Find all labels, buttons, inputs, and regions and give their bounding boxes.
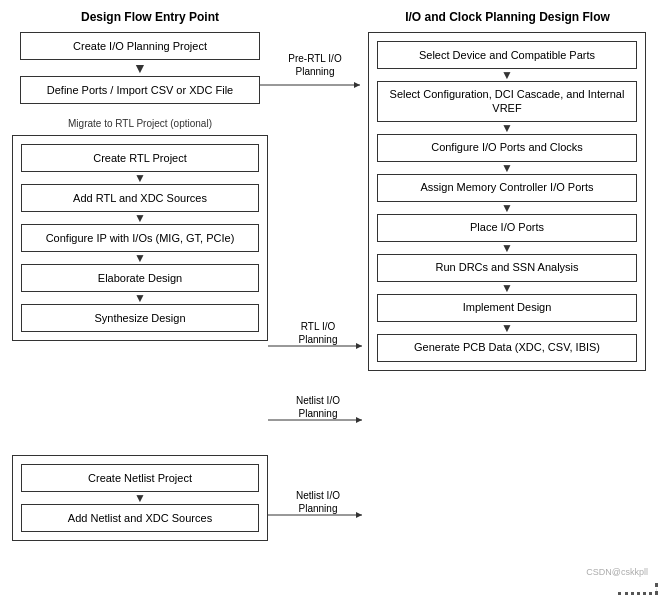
rtl-group: Create RTL Project ▼ Add RTL and XDC Sou… [12, 135, 268, 341]
netlist-arrow1: ▼ [21, 492, 259, 504]
right-box5: Place I/O Ports [377, 214, 637, 242]
pre-rtl-annotation: Pre-RTL I/OPlanning [265, 52, 365, 78]
right-box3: Configure I/O Ports and Clocks [377, 134, 637, 162]
rtl-box4: Elaborate Design [21, 264, 259, 292]
rtl-box2: Add RTL and XDC Sources [21, 184, 259, 212]
arrow1: ▼ [20, 60, 260, 76]
rtl-arrow3: ▼ [21, 252, 259, 264]
right-box7: Implement Design [377, 294, 637, 322]
r-arrow4: ▼ [377, 202, 637, 214]
dots-border [618, 583, 658, 595]
rtl-arrow1: ▼ [21, 172, 259, 184]
netlist-box2: Add Netlist and XDC Sources [21, 504, 259, 532]
r-arrow3: ▼ [377, 162, 637, 174]
rtl-box5: Synthesize Design [21, 304, 259, 332]
right-box4: Assign Memory Controller I/O Ports [377, 174, 637, 202]
r-arrow2: ▼ [377, 122, 637, 134]
netlist-planning-annotation1: Netlist I/OPlanning [268, 394, 368, 420]
r-arrow5: ▼ [377, 242, 637, 254]
netlist-group: Create Netlist Project ▼ Add Netlist and… [12, 455, 268, 541]
left-top-group: Create I/O Planning Project ▼ Define Por… [20, 32, 260, 104]
right-box1: Select Device and Compatible Parts [377, 41, 637, 69]
rtl-box3: Configure IP with I/Os (MIG, GT, PCIe) [21, 224, 259, 252]
right-box2: Select Configuration, DCI Cascade, and I… [377, 81, 637, 122]
right-title: I/O and Clock Planning Design Flow [370, 10, 645, 24]
right-flow-group: Select Device and Compatible Parts ▼ Sel… [368, 32, 646, 371]
r-arrow6: ▼ [377, 282, 637, 294]
netlist-box1: Create Netlist Project [21, 464, 259, 492]
left-box-create-io: Create I/O Planning Project [20, 32, 260, 60]
r-arrow1: ▼ [377, 69, 637, 81]
rtl-box1: Create RTL Project [21, 144, 259, 172]
netlist-planning-annotation2: Netlist I/OPlanning [268, 489, 368, 515]
rtl-planning-annotation: RTL I/OPlanning [268, 320, 368, 346]
rtl-arrow4: ▼ [21, 292, 259, 304]
r-arrow7: ▼ [377, 322, 637, 334]
right-box6: Run DRCs and SSN Analysis [377, 254, 637, 282]
rtl-arrow2: ▼ [21, 212, 259, 224]
migrate-annotation: Migrate to RTL Project (optional) [20, 118, 260, 129]
right-box8: Generate PCB Data (XDC, CSV, IBIS) [377, 334, 637, 362]
watermark: CSDN@cskkpll [586, 567, 648, 577]
left-title: Design Flow Entry Point [10, 10, 290, 24]
left-box-define-ports: Define Ports / Import CSV or XDC File [20, 76, 260, 104]
